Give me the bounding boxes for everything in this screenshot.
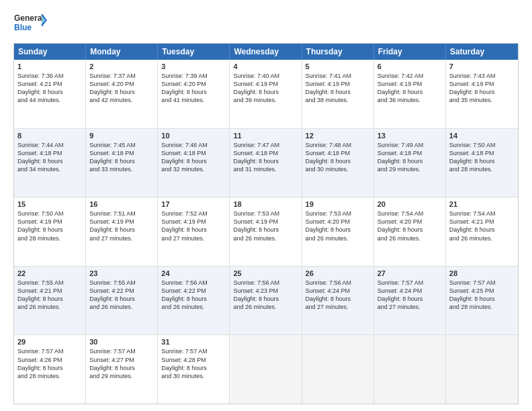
sunrise-text: Sunrise: 7:55 AM xyxy=(89,279,154,287)
day-number: 11 xyxy=(233,132,298,140)
calendar-cell xyxy=(446,335,518,404)
sunset-text: Sunset: 4:21 PM xyxy=(17,287,82,295)
calendar-cell xyxy=(374,335,446,404)
day-number: 21 xyxy=(449,200,515,208)
daylight-text: Daylight: 8 hours xyxy=(306,226,370,234)
calendar-cell: 15 Sunrise: 7:50 AM Sunset: 4:19 PM Dayl… xyxy=(14,197,86,266)
daylight-continued: and 32 minutes. xyxy=(161,165,226,173)
sunset-text: Sunset: 4:19 PM xyxy=(161,218,226,226)
calendar-cell: 7 Sunrise: 7:43 AM Sunset: 4:19 PM Dayli… xyxy=(446,60,518,128)
logo: General Blue xyxy=(13,11,47,36)
sunset-text: Sunset: 4:18 PM xyxy=(161,149,226,157)
sunset-text: Sunset: 4:20 PM xyxy=(378,218,442,226)
daylight-continued: and 28 minutes. xyxy=(17,234,82,242)
day-header-saturday: Saturday xyxy=(446,44,518,60)
calendar-cell: 28 Sunrise: 7:57 AM Sunset: 4:25 PM Dayl… xyxy=(446,267,518,335)
calendar-row-3: 15 Sunrise: 7:50 AM Sunset: 4:19 PM Dayl… xyxy=(14,197,518,267)
page: General Blue SundayMondayTuesdayWednesda… xyxy=(0,0,532,411)
sunrise-text: Sunrise: 7:44 AM xyxy=(17,141,82,149)
daylight-text: Daylight: 8 hours xyxy=(89,364,154,372)
daylight-continued: and 26 minutes. xyxy=(306,234,370,242)
day-number: 3 xyxy=(161,62,226,71)
calendar-row-2: 8 Sunrise: 7:44 AM Sunset: 4:18 PM Dayli… xyxy=(14,129,518,198)
day-header-sunday: Sunday xyxy=(14,44,86,60)
daylight-continued: and 30 minutes. xyxy=(306,165,370,173)
daylight-text: Daylight: 8 hours xyxy=(378,157,442,165)
calendar-cell: 29 Sunrise: 7:57 AM Sunset: 4:26 PM Dayl… xyxy=(14,335,86,404)
sunset-text: Sunset: 4:19 PM xyxy=(89,218,154,226)
daylight-text: Daylight: 8 hours xyxy=(449,157,515,165)
day-number: 13 xyxy=(378,132,442,140)
daylight-text: Daylight: 8 hours xyxy=(161,157,226,165)
sunset-text: Sunset: 4:28 PM xyxy=(161,356,226,364)
daylight-continued: and 27 minutes. xyxy=(306,303,370,311)
day-number: 22 xyxy=(17,269,82,277)
sunset-text: Sunset: 4:21 PM xyxy=(449,218,515,226)
sunrise-text: Sunrise: 7:55 AM xyxy=(17,279,82,287)
sunrise-text: Sunrise: 7:48 AM xyxy=(306,141,370,149)
sunset-text: Sunset: 4:25 PM xyxy=(449,287,515,295)
calendar-cell: 23 Sunrise: 7:55 AM Sunset: 4:22 PM Dayl… xyxy=(86,267,158,335)
daylight-text: Daylight: 8 hours xyxy=(306,295,370,303)
daylight-continued: and 30 minutes. xyxy=(161,372,226,380)
daylight-text: Daylight: 8 hours xyxy=(233,295,298,303)
daylight-continued: and 44 minutes. xyxy=(17,96,82,104)
daylight-text: Daylight: 8 hours xyxy=(89,226,154,234)
daylight-continued: and 39 minutes. xyxy=(233,96,298,104)
sunrise-text: Sunrise: 7:52 AM xyxy=(161,210,226,218)
sunset-text: Sunset: 4:20 PM xyxy=(161,80,226,88)
daylight-continued: and 33 minutes. xyxy=(89,165,154,173)
calendar-cell: 14 Sunrise: 7:50 AM Sunset: 4:18 PM Dayl… xyxy=(446,129,518,197)
day-number: 23 xyxy=(89,269,154,277)
sunrise-text: Sunrise: 7:56 AM xyxy=(161,279,226,287)
sunset-text: Sunset: 4:19 PM xyxy=(17,218,82,226)
calendar-cell: 2 Sunrise: 7:37 AM Sunset: 4:20 PM Dayli… xyxy=(86,60,158,128)
daylight-continued: and 26 minutes. xyxy=(233,234,298,242)
sunrise-text: Sunrise: 7:56 AM xyxy=(306,279,370,287)
daylight-text: Daylight: 8 hours xyxy=(89,88,154,96)
calendar-cell: 5 Sunrise: 7:41 AM Sunset: 4:19 PM Dayli… xyxy=(302,60,374,128)
sunset-text: Sunset: 4:23 PM xyxy=(233,287,298,295)
daylight-text: Daylight: 8 hours xyxy=(17,295,82,303)
sunset-text: Sunset: 4:18 PM xyxy=(378,149,442,157)
daylight-text: Daylight: 8 hours xyxy=(89,295,154,303)
calendar-cell: 20 Sunrise: 7:54 AM Sunset: 4:20 PM Dayl… xyxy=(374,197,446,266)
day-header-monday: Monday xyxy=(86,44,158,60)
calendar-cell: 12 Sunrise: 7:48 AM Sunset: 4:18 PM Dayl… xyxy=(302,129,374,197)
sunset-text: Sunset: 4:18 PM xyxy=(17,149,82,157)
day-number: 17 xyxy=(161,200,226,208)
daylight-continued: and 34 minutes. xyxy=(17,165,82,173)
sunset-text: Sunset: 4:19 PM xyxy=(233,218,298,226)
sunrise-text: Sunrise: 7:53 AM xyxy=(306,210,370,218)
daylight-continued: and 26 minutes. xyxy=(161,303,226,311)
daylight-continued: and 29 minutes. xyxy=(378,165,442,173)
day-number: 14 xyxy=(449,132,515,140)
day-number: 25 xyxy=(233,269,298,277)
daylight-continued: and 27 minutes. xyxy=(161,234,226,242)
sunset-text: Sunset: 4:22 PM xyxy=(89,287,154,295)
day-number: 6 xyxy=(378,62,442,71)
day-header-tuesday: Tuesday xyxy=(158,44,230,60)
sunrise-text: Sunrise: 7:37 AM xyxy=(89,72,154,80)
day-number: 8 xyxy=(17,132,82,140)
sunset-text: Sunset: 4:18 PM xyxy=(449,149,515,157)
calendar-cell: 4 Sunrise: 7:40 AM Sunset: 4:19 PM Dayli… xyxy=(230,60,302,128)
sunrise-text: Sunrise: 7:51 AM xyxy=(89,210,154,218)
daylight-continued: and 26 minutes. xyxy=(89,303,154,311)
daylight-text: Daylight: 8 hours xyxy=(378,226,442,234)
svg-text:Blue: Blue xyxy=(14,23,32,32)
sunrise-text: Sunrise: 7:49 AM xyxy=(378,141,442,149)
day-number: 2 xyxy=(89,62,154,71)
calendar-cell: 21 Sunrise: 7:54 AM Sunset: 4:21 PM Dayl… xyxy=(446,197,518,266)
calendar-cell: 16 Sunrise: 7:51 AM Sunset: 4:19 PM Dayl… xyxy=(86,197,158,266)
sunrise-text: Sunrise: 7:54 AM xyxy=(378,210,442,218)
calendar-cell: 24 Sunrise: 7:56 AM Sunset: 4:22 PM Dayl… xyxy=(158,267,230,335)
daylight-text: Daylight: 8 hours xyxy=(17,364,82,372)
sunrise-text: Sunrise: 7:56 AM xyxy=(233,279,298,287)
day-number: 16 xyxy=(89,200,154,208)
day-number: 28 xyxy=(449,269,515,277)
day-header-friday: Friday xyxy=(374,44,446,60)
day-number: 10 xyxy=(161,132,226,140)
sunrise-text: Sunrise: 7:47 AM xyxy=(233,141,298,149)
calendar-cell: 10 Sunrise: 7:46 AM Sunset: 4:18 PM Dayl… xyxy=(158,129,230,197)
